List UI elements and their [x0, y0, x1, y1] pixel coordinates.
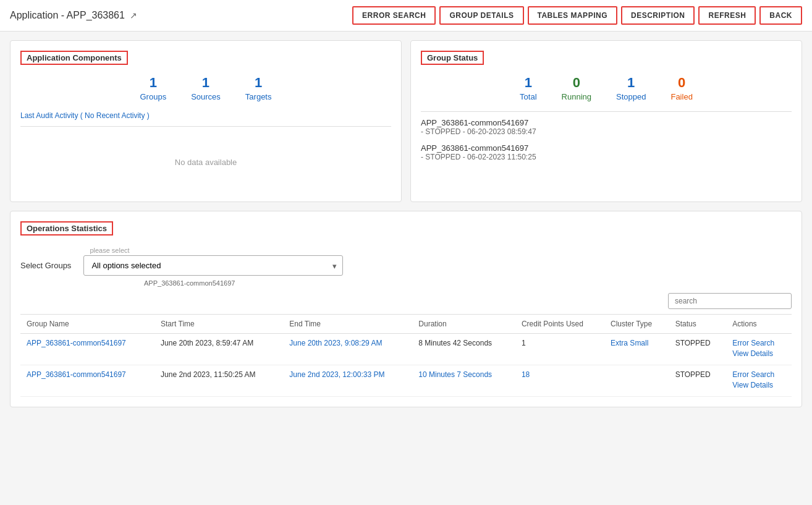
tables-mapping-button[interactable]: TABLES MAPPING [528, 6, 617, 25]
group-status-2: - STOPPED - 06-02-2023 11:50:25 [421, 153, 792, 161]
search-row [20, 293, 792, 309]
app-components-stats: 1 Groups 1 Sources 1 Targets [20, 75, 391, 101]
search-input[interactable] [668, 293, 792, 309]
row1-view-details[interactable]: View Details [732, 349, 785, 358]
group-details-button[interactable]: GROUP DETAILS [439, 6, 523, 25]
running-label: Running [562, 92, 591, 101]
row1-duration: 8 Minutes 42 Seconds [412, 334, 515, 365]
row2-actions: Error Search View Details [726, 365, 792, 397]
running-count: 0 [562, 75, 591, 91]
groups-stat: 1 Groups [140, 75, 167, 101]
app-title: Application - APP_363861 ↗ [10, 10, 137, 21]
main-content: Application Components 1 Groups 1 Source… [0, 32, 812, 416]
row2-credit-points: 18 [515, 365, 604, 397]
targets-label: Targets [245, 92, 272, 101]
targets-count: 1 [245, 75, 272, 91]
row1-group-name[interactable]: APP_363861-common541697 [27, 339, 126, 347]
nav-buttons: ERROR SEARCH GROUP DETAILS TABLES MAPPIN… [352, 6, 802, 25]
group-status-title: Group Status [421, 51, 484, 65]
total-stat: 1 Total [520, 75, 536, 101]
external-link-icon[interactable]: ↗ [130, 11, 137, 20]
row1-cluster-type[interactable]: Extra Small [611, 339, 648, 347]
app-components-panel: Application Components 1 Groups 1 Source… [10, 40, 402, 202]
operations-table: Group Name Start Time End Time Duration … [20, 314, 792, 397]
description-button[interactable]: DESCRIPTION [621, 6, 695, 25]
groups-count: 1 [140, 75, 167, 91]
select-option-shown: APP_363861-common541697 [144, 279, 792, 287]
th-status: Status [669, 315, 727, 334]
sources-label: Sources [191, 92, 221, 101]
th-end-time: End Time [283, 315, 412, 334]
targets-stat: 1 Targets [245, 75, 272, 101]
select-placeholder: please select [90, 247, 129, 254]
group-item-2: APP_363861-common541697 - STOPPED - 06-0… [421, 143, 792, 161]
stopped-count: 1 [616, 75, 646, 91]
group-status-panel: Group Status 1 Total 0 Running 1 Stopped… [410, 40, 802, 202]
stopped-stat: 1 Stopped [616, 75, 646, 101]
row2-error-search[interactable]: Error Search [732, 370, 785, 379]
stopped-label: Stopped [616, 92, 646, 101]
group-name-1: APP_363861-common541697 [421, 118, 792, 127]
select-wrapper: please select All options selected [83, 255, 343, 276]
select-groups-label: Select Groups [20, 261, 71, 270]
row1-actions: Error Search View Details [726, 334, 792, 365]
total-count: 1 [520, 75, 536, 91]
row2-group-name[interactable]: APP_363861-common541697 [27, 370, 126, 379]
th-start-time: Start Time [154, 315, 283, 334]
row1-credit-points: 1 [515, 334, 604, 365]
row2-end-time[interactable]: June 2nd 2023, 12:00:33 PM [289, 370, 384, 379]
row2-status: STOPPED [669, 365, 727, 397]
failed-stat: 0 Failed [670, 75, 692, 101]
table-row: APP_363861-common541697 June 20th 2023, … [20, 334, 792, 365]
no-data-text: No data available [20, 133, 391, 192]
group-name-2: APP_363861-common541697 [421, 143, 792, 153]
row2-view-details[interactable]: View Details [732, 381, 785, 389]
row1-end-time[interactable]: June 20th 2023, 9:08:29 AM [289, 339, 382, 347]
group-status-1: - STOPPED - 06-20-2023 08:59:47 [421, 127, 792, 136]
row1-status: STOPPED [669, 334, 727, 365]
failed-count: 0 [670, 75, 692, 91]
th-credit-points: Credit Points Used [515, 315, 604, 334]
row2-duration: 10 Minutes 7 Seconds [412, 365, 515, 397]
app-components-title: Application Components [20, 51, 128, 65]
th-duration: Duration [412, 315, 515, 334]
row2-start-time: June 2nd 2023, 11:50:25 AM [154, 365, 283, 397]
th-group-name: Group Name [20, 315, 154, 334]
groups-label: Groups [140, 92, 167, 101]
group-item-1: APP_363861-common541697 - STOPPED - 06-2… [421, 118, 792, 136]
error-search-button[interactable]: ERROR SEARCH [352, 6, 436, 25]
app-title-text: Application - APP_363861 [10, 10, 125, 21]
top-panels: Application Components 1 Groups 1 Source… [10, 40, 802, 202]
divider [20, 126, 391, 127]
table-header-row: Group Name Start Time End Time Duration … [20, 315, 792, 334]
operations-statistics-title: Operations Statistics [20, 221, 113, 236]
refresh-button[interactable]: REFRESH [698, 6, 756, 25]
total-label: Total [520, 92, 536, 101]
top-bar: Application - APP_363861 ↗ ERROR SEARCH … [0, 0, 812, 32]
group-status-stats: 1 Total 0 Running 1 Stopped 0 Failed [421, 75, 792, 101]
audit-info: Last Audit Activity ( No Recent Activity… [20, 111, 391, 120]
select-groups-dropdown[interactable]: All options selected [83, 255, 343, 276]
running-stat: 0 Running [562, 75, 591, 101]
row1-error-search[interactable]: Error Search [732, 339, 785, 347]
table-row: APP_363861-common541697 June 2nd 2023, 1… [20, 365, 792, 397]
operations-statistics-panel: Operations Statistics Select Groups plea… [10, 211, 802, 407]
failed-label: Failed [670, 92, 692, 101]
back-button[interactable]: BACK [759, 6, 802, 25]
select-groups-row: Select Groups please select All options … [20, 255, 792, 276]
group-divider [421, 111, 792, 112]
sources-stat: 1 Sources [191, 75, 221, 101]
row2-cluster-type [604, 365, 669, 397]
th-actions: Actions [726, 315, 792, 334]
th-cluster-type: Cluster Type [604, 315, 669, 334]
row1-start-time: June 20th 2023, 8:59:47 AM [154, 334, 283, 365]
sources-count: 1 [191, 75, 221, 91]
